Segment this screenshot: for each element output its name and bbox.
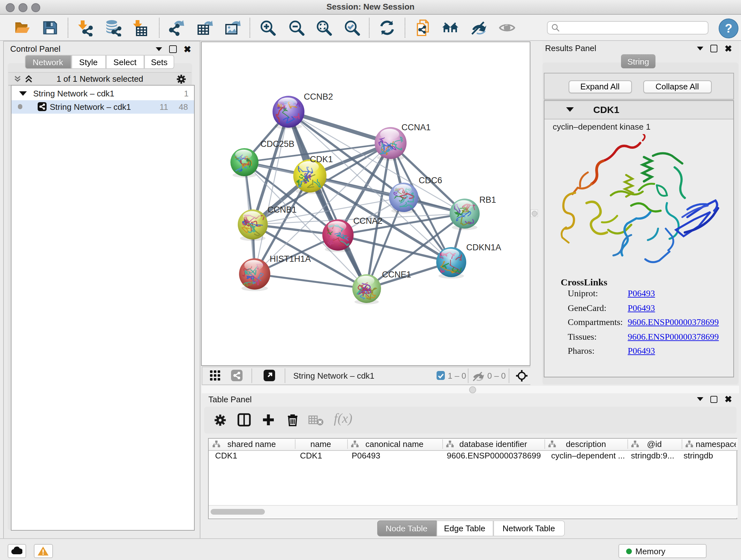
svg-text:CCNA2: CCNA2 bbox=[353, 216, 383, 226]
svg-text:CCNB1: CCNB1 bbox=[267, 205, 297, 214]
svg-text:CDC6: CDC6 bbox=[419, 175, 442, 185]
svg-text:CDKN1A: CDKN1A bbox=[466, 242, 501, 252]
svg-text:HIST1H1A: HIST1H1A bbox=[270, 254, 311, 263]
svg-text:CDC25B: CDC25B bbox=[260, 139, 294, 148]
svg-text:RB1: RB1 bbox=[479, 195, 496, 204]
svg-text:CCNA1: CCNA1 bbox=[401, 122, 431, 132]
svg-text:CDK1: CDK1 bbox=[310, 154, 333, 164]
svg-text:CCNE1: CCNE1 bbox=[382, 269, 411, 279]
svg-text:CCNB2: CCNB2 bbox=[304, 91, 333, 101]
